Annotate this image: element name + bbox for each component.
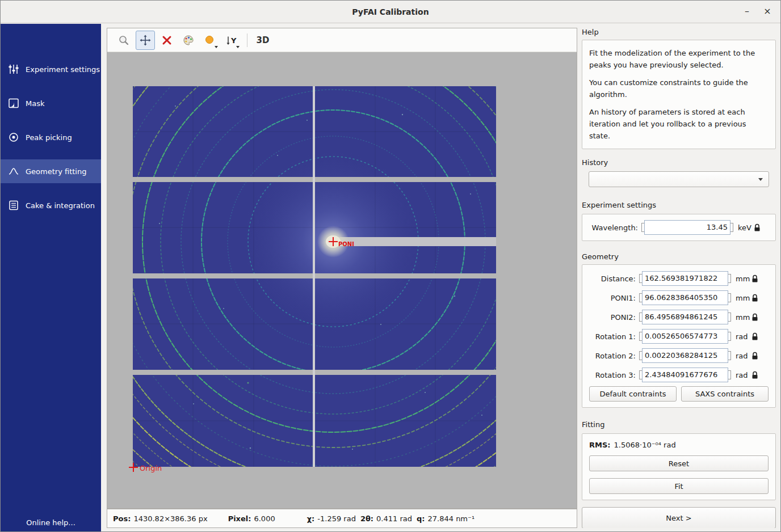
wavelength-input[interactable]: 13.45 bbox=[644, 220, 730, 235]
poni1-input[interactable]: 96.0628386405350 bbox=[642, 290, 728, 305]
rms-value: 1.5068·10⁻⁰⁴ rad bbox=[614, 441, 676, 449]
3d-view-button[interactable]: 3D bbox=[253, 31, 272, 50]
lock-icon[interactable] bbox=[754, 223, 761, 232]
sidebar-item-label: Mask bbox=[26, 99, 44, 108]
poni2-row: PONI2: 86.4956894861245 mm bbox=[587, 309, 771, 325]
distance-row: Distance: 162.569381971822 mm bbox=[587, 271, 771, 286]
pan-button[interactable] bbox=[136, 31, 155, 50]
axis-orientation-button[interactable]: Y bbox=[222, 31, 241, 50]
geometry-section-title: Geometry bbox=[582, 252, 776, 261]
dropdown-caret-icon bbox=[215, 46, 218, 48]
rotation3-input[interactable]: 2.43484091677676 bbox=[642, 368, 728, 382]
y-axis-icon: Y bbox=[225, 35, 238, 46]
titlebar: PyFAI Calibration – × bbox=[1, 1, 780, 23]
red-cross-icon bbox=[162, 35, 172, 45]
sidebar-item-mask[interactable]: Mask bbox=[1, 91, 101, 115]
sidebar-item-peak-picking[interactable]: Peak picking bbox=[1, 125, 101, 149]
statusbar: Pos: 1430.82×386.36 px Pixel: 6.000 χ: -… bbox=[107, 509, 577, 528]
dropdown-caret-icon bbox=[236, 46, 240, 48]
mask-icon bbox=[7, 97, 20, 109]
q-value: 27.844 nm⁻¹ bbox=[428, 514, 475, 523]
lock-icon[interactable] bbox=[751, 294, 758, 302]
lock-icon[interactable] bbox=[751, 313, 758, 322]
palette-icon bbox=[183, 35, 194, 46]
lock-icon[interactable] bbox=[751, 332, 758, 341]
two-theta-value: 0.411 rad bbox=[376, 514, 412, 523]
diffraction-image-canvas[interactable]: PONI Origin bbox=[107, 52, 577, 508]
svg-text:Y: Y bbox=[230, 36, 237, 45]
rms-label: RMS: bbox=[589, 441, 611, 449]
wavelength-row: Wavelength: 13.45 keV bbox=[589, 219, 769, 235]
history-section-title: History bbox=[582, 158, 776, 167]
distance-input[interactable]: 162.569381971822 bbox=[642, 271, 728, 286]
geometry-box: Distance: 162.569381971822 mm PONI1: 96.… bbox=[582, 264, 776, 408]
help-paragraph: Fit the modelization of the experiment t… bbox=[589, 47, 769, 71]
poni2-input[interactable]: 86.4956894861245 bbox=[642, 310, 728, 324]
rotation2-unit: rad bbox=[731, 352, 749, 360]
window-title: PyFAI Calibration bbox=[1, 1, 780, 23]
online-help-link[interactable]: Online help... bbox=[1, 518, 101, 527]
target-icon bbox=[7, 131, 20, 143]
sidebar-item-geometry-fitting[interactable]: Geometry fitting bbox=[1, 159, 101, 183]
lock-icon[interactable] bbox=[751, 352, 758, 360]
plot-frame: Y 3D bbox=[107, 28, 577, 509]
app-window: PyFAI Calibration – × Experiment setting… bbox=[0, 0, 781, 532]
minimize-button[interactable]: – bbox=[738, 1, 755, 23]
q-label: q: bbox=[417, 514, 425, 523]
help-paragraph: You can customize constraints to guide t… bbox=[589, 77, 769, 100]
lock-icon[interactable] bbox=[751, 275, 758, 283]
poni2-label: PONI2: bbox=[587, 313, 639, 322]
experiment-settings-box: Wavelength: 13.45 keV bbox=[582, 214, 776, 241]
poni2-unit: mm bbox=[731, 313, 749, 322]
close-button[interactable]: × bbox=[759, 1, 776, 23]
distance-unit: mm bbox=[731, 275, 749, 283]
chi-label: χ: bbox=[307, 514, 315, 523]
sidebar-item-label: Geometry fitting bbox=[26, 167, 86, 176]
sidebar: Experiment settings Mask bbox=[1, 24, 101, 531]
poni-label: PONI bbox=[338, 241, 354, 247]
document-icon bbox=[7, 199, 20, 212]
saxs-constraints-button[interactable]: SAXS contraints bbox=[681, 386, 769, 402]
clear-markers-button[interactable] bbox=[157, 31, 177, 50]
chevron-down-icon bbox=[758, 178, 763, 181]
wavelength-unit: keV bbox=[733, 223, 751, 232]
rotation2-input[interactable]: 0.00220368284125 bbox=[642, 348, 728, 363]
rotation2-label: Rotation 2: bbox=[587, 352, 639, 360]
sliders-icon bbox=[7, 63, 20, 75]
chi-value: -1.259 rad bbox=[317, 514, 356, 523]
plot-toolbar: Y 3D bbox=[107, 28, 577, 52]
sidebar-item-label: Peak picking bbox=[26, 133, 72, 142]
rotation3-row: Rotation 3: 2.43484091677676 rad bbox=[587, 367, 771, 383]
sidebar-item-cake-integration[interactable]: Cake & integration bbox=[1, 193, 101, 217]
fitting-section-title: Fitting bbox=[582, 420, 776, 429]
poni1-label: PONI1: bbox=[587, 294, 639, 302]
mask-marker-button[interactable] bbox=[200, 31, 220, 50]
3d-label: 3D bbox=[257, 35, 270, 45]
zoom-button[interactable] bbox=[114, 31, 133, 50]
sidebar-item-label: Cake & integration bbox=[26, 201, 95, 210]
rotation3-unit: rad bbox=[731, 371, 749, 379]
pixel-label: Pixel: bbox=[228, 514, 251, 523]
help-section-title: Help bbox=[582, 28, 776, 36]
sidebar-item-label: Experiment settings bbox=[26, 65, 100, 74]
toolbar-separator bbox=[247, 33, 247, 47]
rotation1-label: Rotation 1: bbox=[587, 332, 639, 341]
move-icon bbox=[140, 35, 151, 46]
rotation1-row: Rotation 1: 0.00526506574773 rad bbox=[587, 328, 771, 344]
fit-button[interactable]: Fit bbox=[589, 478, 769, 494]
experiment-section-title: Experiment settings bbox=[582, 201, 776, 209]
sidebar-item-experiment-settings[interactable]: Experiment settings bbox=[1, 57, 101, 81]
lock-icon[interactable] bbox=[751, 371, 758, 379]
next-button[interactable]: Next > bbox=[582, 507, 776, 528]
rotation1-input[interactable]: 0.00526506574773 bbox=[642, 329, 728, 344]
history-dropdown[interactable] bbox=[589, 171, 769, 187]
magnifier-icon bbox=[118, 35, 129, 46]
help-box: Fit the modelization of the experiment t… bbox=[582, 40, 776, 149]
colormap-button[interactable] bbox=[179, 31, 198, 50]
right-panel: Help Fit the modelization of the experim… bbox=[582, 28, 776, 528]
origin-marker: Origin bbox=[129, 463, 162, 472]
default-constraints-button[interactable]: Default contraints bbox=[589, 386, 677, 402]
help-paragraph: An history of parameters is stored at ea… bbox=[589, 106, 769, 142]
wavelength-label: Wavelength: bbox=[589, 223, 641, 232]
reset-button[interactable]: Reset bbox=[589, 455, 769, 471]
